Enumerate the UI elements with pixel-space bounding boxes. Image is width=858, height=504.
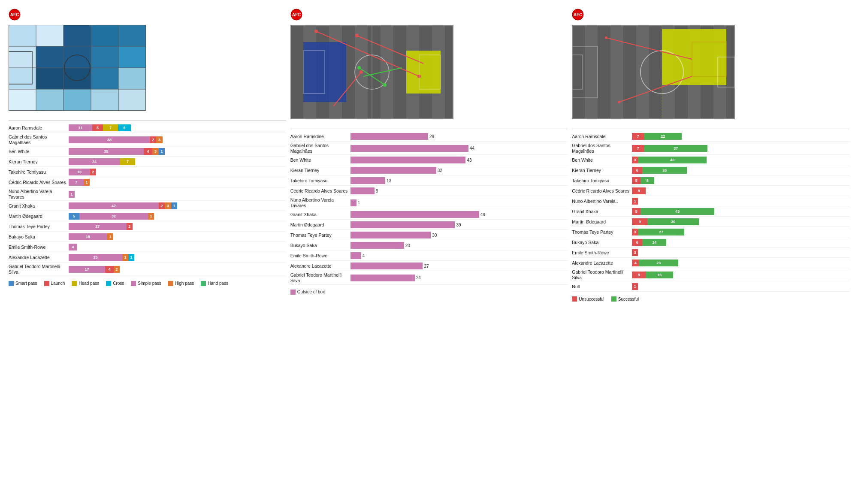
pass-outcome-row: Kieran Tierney626: [572, 166, 849, 175]
legend-simple-pass: Simple pass: [131, 281, 161, 286]
bar-number: 44: [470, 146, 474, 151]
svg-rect-14: [63, 68, 91, 89]
legend-high-pass: High pass: [168, 281, 194, 286]
pass-outcome-row: Gabriel dos Santos Magalhães737: [572, 143, 849, 155]
successful-segment: 22: [644, 133, 682, 140]
bar-area: 27: [350, 262, 568, 270]
svg-rect-10: [91, 46, 118, 68]
crosses-pitch-container: [572, 25, 849, 120]
bar-segment: 7: [69, 179, 84, 186]
bar-segment: 4: [144, 148, 152, 155]
legend-smart-pass: Smart pass: [9, 281, 37, 286]
player-label: Aaron Ramsdale: [572, 134, 632, 139]
bar-area: 614: [632, 238, 849, 246]
unsuccessful-segment: 7: [632, 145, 644, 152]
bar-area: 722: [632, 133, 849, 140]
legend-label-simple: Simple pass: [138, 281, 161, 286]
player-label: Gabriel dos Santos Magalhães: [9, 134, 69, 145]
arsenal-logo-1: AFC: [9, 9, 21, 21]
unsuccessful-segment: 5: [632, 177, 640, 184]
pass-type-title: [9, 118, 286, 121]
successful-segment: 14: [642, 239, 666, 246]
bar-segment: 7: [120, 158, 135, 165]
pass-ending-row: Nuno Albertino Varela Tavares1: [290, 197, 568, 209]
successful-segment: 37: [644, 145, 707, 152]
bar-area: 44: [350, 145, 568, 152]
bar-segment: 1: [69, 191, 75, 198]
bar-area: 4: [69, 243, 286, 251]
bar-area: 32: [350, 166, 568, 174]
player-label: Ben White: [290, 157, 350, 163]
player-label: Kieran Tierney: [9, 159, 69, 165]
svg-rect-17: [9, 89, 36, 111]
bar-segment: 7: [103, 124, 118, 131]
svg-rect-70: [585, 25, 598, 119]
player-label: Bukayo Saka: [9, 234, 69, 240]
arsenal-logo-2: AFC: [290, 9, 302, 21]
legend-label-cross: Cross: [113, 281, 124, 286]
player-label: Null: [572, 284, 632, 290]
unsuccessful-segment: 6: [632, 239, 642, 246]
pass-zones-svg: [9, 25, 146, 111]
bar-segment: [350, 133, 428, 140]
legend-label-launch: Launch: [51, 281, 65, 286]
svg-point-58: [383, 83, 387, 87]
legend-color-head: [72, 281, 77, 286]
bar-segment: 2: [150, 136, 156, 143]
svg-rect-81: [726, 25, 735, 119]
pass-type-row: Cédric Ricardo Alves Soares71: [9, 178, 286, 187]
player-label: Kieran Tierney: [572, 168, 632, 173]
svg-rect-73: [623, 25, 636, 119]
bar-area: 543: [632, 208, 849, 215]
player-label: Alexandre Lacazette: [572, 260, 632, 266]
pass-outcome-legend: Unsuccessful Successful: [572, 296, 849, 302]
arsenal-logo-3: AFC: [572, 9, 584, 21]
bar-segment: 5: [92, 124, 103, 131]
player-label: Ben White: [9, 149, 69, 154]
unsuccessful-segment: 1: [632, 283, 638, 290]
bar-segment: [350, 242, 404, 249]
bar-segment: [350, 145, 468, 152]
pass-outcome-row: Aaron Ramsdale722: [572, 133, 849, 142]
bar-segment: [350, 211, 479, 218]
unsuccessful-segment: 7: [632, 133, 644, 140]
bar-number: 24: [416, 275, 421, 280]
svg-rect-8: [36, 46, 63, 68]
legend-label-head: Head pass: [79, 281, 99, 286]
player-label: Gabriel dos Santos Magalhães: [290, 143, 350, 154]
bar-number: 20: [405, 243, 410, 248]
bar-area: 1: [632, 197, 849, 205]
bar-segment: 2: [114, 266, 120, 273]
legend-unsuccessful: Unsuccessful: [572, 296, 604, 302]
legend-outside-box: Outside of box: [290, 290, 325, 295]
player-label: Alexandre Lacazette: [9, 255, 69, 260]
svg-rect-35: [290, 25, 303, 119]
pass-type-row: Takehiro Tomiyasu102: [9, 168, 286, 177]
pass-outcome-bars: Aaron Ramsdale722Gabriel dos Santos Maga…: [572, 133, 849, 293]
svg-rect-20: [91, 89, 118, 111]
player-label: Bukayo Saka: [290, 243, 350, 248]
bar-segment: [350, 157, 466, 163]
bar-number: 43: [467, 158, 471, 163]
svg-point-60: [360, 70, 363, 74]
pass-outcome-title: [572, 127, 849, 129]
pass-type-row: Granit Xhaka42231: [9, 202, 286, 211]
svg-point-90: [618, 101, 620, 103]
bar-number: 27: [424, 264, 429, 269]
pass-outcome-row: Gabriel Teodoro Martinelli Silva816: [572, 269, 849, 281]
player-label: Aaron Ramsdale: [290, 134, 350, 139]
svg-text:AFC: AFC: [574, 12, 583, 17]
pass-ending-row: Emile Smith-Rowe4: [290, 252, 568, 261]
player-label: Bukayo Saka: [572, 240, 632, 245]
bar-area: 737: [632, 145, 849, 152]
legend-label-unsuccessful: Unsuccessful: [579, 297, 604, 302]
bar-area: 58: [632, 177, 849, 184]
pass-ending-row: Gabriel dos Santos Magalhães44: [290, 143, 568, 155]
pass-type-row: Emile Smith-Rowe4: [9, 243, 286, 252]
unsuccessful-segment: 6: [632, 167, 642, 174]
player-label: Granit Xhaka: [9, 203, 69, 209]
smart-passes-svg: [290, 25, 453, 119]
unsuccessful-segment: 8: [632, 272, 646, 278]
pass-type-legend: Smart pass Launch Head pass Cross Simple…: [9, 281, 286, 286]
bar-segment: 2: [127, 223, 133, 230]
